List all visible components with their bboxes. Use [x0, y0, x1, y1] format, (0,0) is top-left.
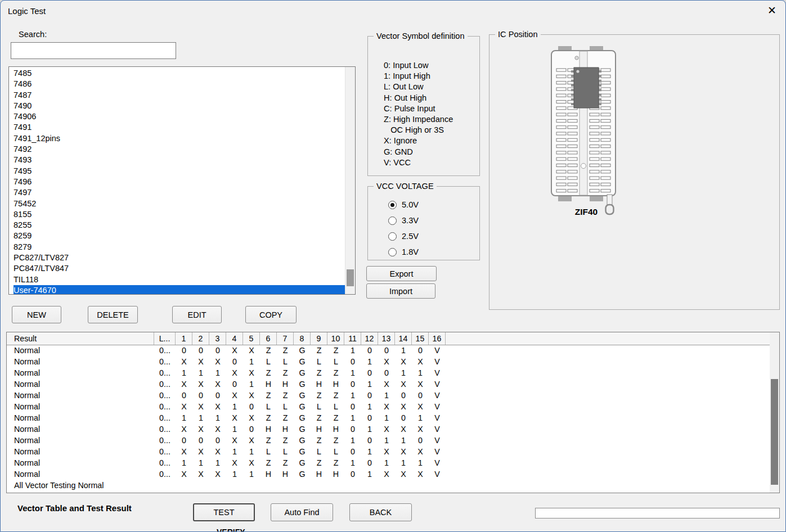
ic-list-item[interactable]: 75452 — [14, 199, 345, 209]
result-row[interactable]: Normal0...000XXZZGZZ10100V — [7, 390, 770, 401]
ic-list-item[interactable]: 7491 — [14, 122, 345, 133]
delete-button[interactable]: DELETE — [88, 306, 138, 323]
new-button[interactable]: NEW — [12, 306, 61, 323]
column-header[interactable]: 13 — [378, 332, 395, 345]
ic-list-item[interactable]: 8255 — [14, 220, 345, 231]
ic-list-item[interactable]: 7497 — [14, 187, 345, 198]
result-row[interactable]: Normal0...111XXZZGZZ10111V — [7, 457, 770, 468]
ic-list-item[interactable]: 8155 — [14, 209, 345, 220]
table-cell: Z — [327, 346, 344, 355]
table-cell: 1 — [192, 458, 209, 467]
vector-symbol-line: 1: Input High — [384, 71, 453, 82]
column-header[interactable]: 7 — [277, 332, 294, 345]
result-row[interactable]: Normal0...111XXZZGZZ10011V — [7, 367, 770, 378]
column-header[interactable]: 4 — [226, 332, 243, 345]
table-cell: X — [176, 425, 192, 434]
ic-list-item[interactable]: PC847/LTV847 — [14, 263, 345, 274]
table-cell: Normal — [7, 458, 154, 467]
ic-list-item[interactable]: 7492 — [14, 144, 345, 155]
column-header[interactable]: 2 — [192, 332, 209, 345]
vector-symbol-line: G: GND — [384, 147, 453, 157]
vcc-radio-5.0V[interactable]: 5.0V — [388, 197, 419, 213]
result-row[interactable]: Normal0...000XXZZGZZ10110V — [7, 435, 770, 446]
table-cell: X — [192, 380, 209, 389]
window-title: Logic Test — [8, 6, 46, 16]
list-scrollbar-thumb[interactable] — [347, 269, 354, 286]
table-cell: X — [378, 470, 395, 479]
column-header[interactable]: 12 — [361, 332, 378, 345]
auto-find-button[interactable]: Auto Find — [271, 503, 333, 521]
ic-list-item[interactable]: 7493 — [14, 155, 345, 165]
table-cell: 0 — [209, 436, 226, 445]
table-cell: X — [226, 458, 243, 467]
table-cell: 0 — [412, 346, 429, 355]
ic-list-item[interactable]: 7487 — [14, 90, 345, 101]
column-header[interactable]: 6 — [260, 332, 277, 345]
table-cell: H — [311, 470, 327, 479]
column-header[interactable]: 5 — [243, 332, 260, 345]
ic-list-item[interactable]: 8279 — [14, 242, 345, 253]
back-button[interactable]: BACK — [349, 503, 412, 521]
column-header[interactable]: 15 — [412, 332, 429, 345]
ic-list-item[interactable]: 7496 — [14, 177, 345, 187]
table-cell: 0 — [361, 458, 378, 467]
logic-test-window: Logic Test ✕ Search: 7485748674877490749… — [0, 0, 786, 532]
table-cell: 1 — [361, 425, 378, 434]
ic-list[interactable]: 74857486748774907490674917491_12pins7492… — [8, 66, 356, 295]
ic-list-item[interactable]: TIL118 — [14, 274, 345, 285]
result-row[interactable]: Normal0...111XXZZGZZ10101V — [7, 412, 770, 423]
test-button[interactable]: TEST — [193, 503, 255, 521]
ic-list-item[interactable]: 7491_12pins — [14, 133, 345, 144]
ic-list-item[interactable]: 7490 — [14, 101, 345, 111]
vcc-voltage-group-title: VCC VOLTAGE — [374, 182, 437, 191]
ic-list-item[interactable]: 7485 — [14, 68, 345, 79]
result-row[interactable]: Normal0...XXX11LLGLL01XXXV — [7, 446, 770, 457]
column-header[interactable]: Result — [7, 332, 154, 345]
table-scrollbar-thumb[interactable] — [771, 379, 778, 485]
column-header[interactable]: 16 — [429, 332, 446, 345]
table-scrollbar[interactable] — [770, 332, 779, 493]
export-button[interactable]: Export — [366, 266, 437, 281]
table-cell: Z — [277, 458, 294, 467]
ic-list-item[interactable]: 7486 — [14, 79, 345, 89]
edit-button[interactable]: EDIT — [172, 306, 222, 323]
column-header[interactable]: 9 — [311, 332, 327, 345]
result-row[interactable]: Normal0...XXX10LLGLL01XXXV — [7, 401, 770, 412]
ic-list-item[interactable]: PC827/LTV827 — [14, 253, 345, 263]
list-scrollbar[interactable] — [345, 67, 355, 294]
table-cell: V — [429, 413, 446, 422]
table-cell: 1 — [361, 470, 378, 479]
ic-list-item[interactable]: User-74670 — [14, 285, 345, 294]
column-header[interactable]: 1 — [176, 332, 192, 345]
table-cell: Z — [311, 458, 327, 467]
column-header[interactable]: 14 — [395, 332, 412, 345]
result-row[interactable]: Normal0...000XXZZGZZ10010V — [7, 345, 770, 356]
ic-list-item[interactable]: 7495 — [14, 166, 345, 177]
column-header[interactable]: L... — [154, 332, 176, 345]
table-cell: X — [226, 346, 243, 355]
ic-list-item[interactable]: 74906 — [14, 111, 345, 122]
column-header[interactable]: 11 — [344, 332, 361, 345]
table-cell: X — [209, 470, 226, 479]
table-cell: G — [294, 391, 311, 400]
vcc-radio-3.3V[interactable]: 3.3V — [388, 213, 419, 228]
column-header[interactable]: 10 — [327, 332, 344, 345]
ic-position-group: IC Position ZIF40 — [489, 34, 780, 310]
copy-button[interactable]: COPY — [245, 306, 297, 323]
table-cell: Normal — [7, 413, 154, 422]
search-input[interactable] — [11, 42, 176, 59]
vcc-radio-2.5V[interactable]: 2.5V — [388, 228, 419, 244]
table-cell: X — [226, 391, 243, 400]
close-icon[interactable]: ✕ — [767, 4, 776, 17]
vcc-radio-1.8V[interactable]: 1.8V — [388, 244, 419, 260]
column-header[interactable]: 3 — [209, 332, 226, 345]
table-cell: L — [327, 402, 344, 411]
column-header[interactable]: 8 — [294, 332, 311, 345]
import-button[interactable]: Import — [366, 283, 435, 299]
table-cell: H — [277, 380, 294, 389]
result-row[interactable]: Normal0...XXX01HHGHH01XXXV — [7, 378, 770, 390]
result-row[interactable]: Normal0...XXX10HHGHH01XXXV — [7, 423, 770, 435]
ic-list-item[interactable]: 8259 — [14, 231, 345, 241]
result-row[interactable]: Normal0...XXX01LLGLL01XXXV — [7, 356, 770, 367]
result-row[interactable]: Normal0...XXX11HHGHH01XXXV — [7, 468, 770, 480]
